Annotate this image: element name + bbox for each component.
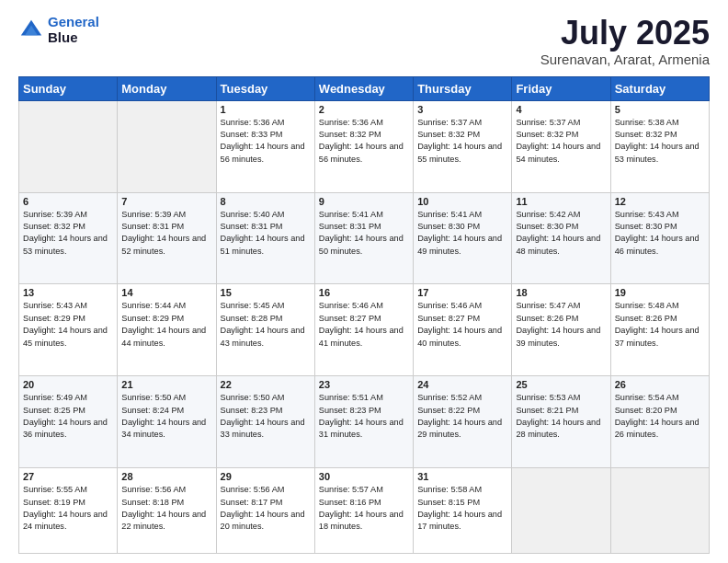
day-info: Sunrise: 5:44 AM Sunset: 8:29 PM Dayligh…	[121, 300, 211, 349]
calendar-cell	[610, 468, 709, 554]
day-number: 8	[221, 196, 311, 207]
day-number: 24	[417, 379, 507, 390]
logo: General Blue	[18, 15, 99, 45]
calendar-cell: 10Sunrise: 5:41 AM Sunset: 8:30 PM Dayli…	[414, 192, 512, 284]
title-block: July 2025 Surenavan, Ararat, Armenia	[540, 15, 710, 67]
calendar-cell: 5Sunrise: 5:38 AM Sunset: 8:32 PM Daylig…	[610, 100, 709, 192]
day-number: 15	[221, 287, 311, 298]
day-info: Sunrise: 5:43 AM Sunset: 8:30 PM Dayligh…	[615, 209, 705, 258]
calendar-cell	[512, 468, 610, 554]
day-info: Sunrise: 5:49 AM Sunset: 8:25 PM Dayligh…	[23, 392, 113, 441]
weekday-header-sunday: Sunday	[19, 76, 118, 100]
day-number: 18	[516, 287, 606, 298]
day-number: 22	[221, 379, 311, 390]
weekday-header-friday: Friday	[512, 76, 610, 100]
day-info: Sunrise: 5:41 AM Sunset: 8:31 PM Dayligh…	[319, 209, 409, 258]
calendar-cell: 30Sunrise: 5:57 AM Sunset: 8:16 PM Dayli…	[314, 468, 413, 554]
calendar-cell: 2Sunrise: 5:36 AM Sunset: 8:32 PM Daylig…	[314, 100, 413, 192]
day-number: 28	[121, 471, 211, 482]
calendar-cell: 23Sunrise: 5:51 AM Sunset: 8:23 PM Dayli…	[314, 376, 413, 468]
day-number: 14	[121, 287, 211, 298]
week-row-5: 27Sunrise: 5:55 AM Sunset: 8:19 PM Dayli…	[19, 468, 710, 554]
calendar-cell: 20Sunrise: 5:49 AM Sunset: 8:25 PM Dayli…	[19, 376, 118, 468]
day-info: Sunrise: 5:54 AM Sunset: 8:20 PM Dayligh…	[615, 392, 705, 441]
calendar-cell: 22Sunrise: 5:50 AM Sunset: 8:23 PM Dayli…	[216, 376, 314, 468]
day-info: Sunrise: 5:40 AM Sunset: 8:31 PM Dayligh…	[221, 209, 311, 258]
day-number: 5	[615, 104, 705, 115]
day-info: Sunrise: 5:53 AM Sunset: 8:21 PM Dayligh…	[516, 392, 606, 441]
day-info: Sunrise: 5:50 AM Sunset: 8:23 PM Dayligh…	[221, 392, 311, 441]
day-number: 20	[23, 379, 113, 390]
calendar: SundayMondayTuesdayWednesdayThursdayFrid…	[18, 76, 710, 554]
day-info: Sunrise: 5:38 AM Sunset: 8:32 PM Dayligh…	[615, 117, 705, 166]
day-number: 2	[319, 104, 409, 115]
day-info: Sunrise: 5:43 AM Sunset: 8:29 PM Dayligh…	[23, 300, 113, 349]
calendar-cell: 9Sunrise: 5:41 AM Sunset: 8:31 PM Daylig…	[314, 192, 413, 284]
day-number: 9	[319, 196, 409, 207]
day-number: 16	[319, 287, 409, 298]
calendar-cell: 26Sunrise: 5:54 AM Sunset: 8:20 PM Dayli…	[610, 376, 709, 468]
day-info: Sunrise: 5:39 AM Sunset: 8:32 PM Dayligh…	[23, 209, 113, 258]
day-number: 19	[615, 287, 705, 298]
weekday-header-wednesday: Wednesday	[314, 76, 413, 100]
header: General Blue July 2025 Surenavan, Ararat…	[18, 15, 710, 67]
subtitle: Surenavan, Ararat, Armenia	[540, 52, 710, 67]
logo-text: General Blue	[48, 15, 99, 45]
calendar-header-row: SundayMondayTuesdayWednesdayThursdayFrid…	[19, 76, 710, 100]
day-info: Sunrise: 5:51 AM Sunset: 8:23 PM Dayligh…	[319, 392, 409, 441]
calendar-cell: 31Sunrise: 5:58 AM Sunset: 8:15 PM Dayli…	[414, 468, 512, 554]
day-info: Sunrise: 5:36 AM Sunset: 8:32 PM Dayligh…	[319, 117, 409, 166]
day-number: 21	[121, 379, 211, 390]
day-number: 4	[516, 104, 606, 115]
weekday-header-tuesday: Tuesday	[216, 76, 314, 100]
calendar-cell: 24Sunrise: 5:52 AM Sunset: 8:22 PM Dayli…	[414, 376, 512, 468]
logo-icon	[18, 17, 44, 43]
day-info: Sunrise: 5:45 AM Sunset: 8:28 PM Dayligh…	[221, 300, 311, 349]
day-number: 17	[417, 287, 507, 298]
day-number: 7	[121, 196, 211, 207]
calendar-cell: 17Sunrise: 5:46 AM Sunset: 8:27 PM Dayli…	[414, 284, 512, 376]
day-number: 31	[417, 471, 507, 482]
week-row-4: 20Sunrise: 5:49 AM Sunset: 8:25 PM Dayli…	[19, 376, 710, 468]
day-info: Sunrise: 5:46 AM Sunset: 8:27 PM Dayligh…	[319, 300, 409, 349]
logo-line1: General	[48, 14, 99, 29]
day-info: Sunrise: 5:57 AM Sunset: 8:16 PM Dayligh…	[319, 484, 409, 533]
calendar-cell: 11Sunrise: 5:42 AM Sunset: 8:30 PM Dayli…	[512, 192, 610, 284]
main-title: July 2025	[540, 15, 710, 52]
calendar-cell: 6Sunrise: 5:39 AM Sunset: 8:32 PM Daylig…	[19, 192, 118, 284]
calendar-cell: 16Sunrise: 5:46 AM Sunset: 8:27 PM Dayli…	[314, 284, 413, 376]
calendar-cell: 4Sunrise: 5:37 AM Sunset: 8:32 PM Daylig…	[512, 100, 610, 192]
day-number: 10	[417, 196, 507, 207]
day-number: 30	[319, 471, 409, 482]
day-info: Sunrise: 5:56 AM Sunset: 8:18 PM Dayligh…	[121, 484, 211, 533]
day-number: 25	[516, 379, 606, 390]
calendar-cell: 1Sunrise: 5:36 AM Sunset: 8:33 PM Daylig…	[216, 100, 314, 192]
day-number: 6	[23, 196, 113, 207]
week-row-2: 6Sunrise: 5:39 AM Sunset: 8:32 PM Daylig…	[19, 192, 710, 284]
calendar-cell: 18Sunrise: 5:47 AM Sunset: 8:26 PM Dayli…	[512, 284, 610, 376]
calendar-cell: 29Sunrise: 5:56 AM Sunset: 8:17 PM Dayli…	[216, 468, 314, 554]
day-info: Sunrise: 5:58 AM Sunset: 8:15 PM Dayligh…	[417, 484, 507, 533]
calendar-cell: 28Sunrise: 5:56 AM Sunset: 8:18 PM Dayli…	[118, 468, 216, 554]
weekday-header-thursday: Thursday	[414, 76, 512, 100]
day-info: Sunrise: 5:46 AM Sunset: 8:27 PM Dayligh…	[417, 300, 507, 349]
week-row-1: 1Sunrise: 5:36 AM Sunset: 8:33 PM Daylig…	[19, 100, 710, 192]
day-number: 29	[221, 471, 311, 482]
day-number: 26	[615, 379, 705, 390]
week-row-3: 13Sunrise: 5:43 AM Sunset: 8:29 PM Dayli…	[19, 284, 710, 376]
day-number: 27	[23, 471, 113, 482]
day-number: 1	[221, 104, 311, 115]
calendar-cell: 3Sunrise: 5:37 AM Sunset: 8:32 PM Daylig…	[414, 100, 512, 192]
calendar-cell	[19, 100, 118, 192]
day-info: Sunrise: 5:42 AM Sunset: 8:30 PM Dayligh…	[516, 209, 606, 258]
logo-line2: Blue	[48, 30, 99, 46]
day-info: Sunrise: 5:50 AM Sunset: 8:24 PM Dayligh…	[121, 392, 211, 441]
weekday-header-saturday: Saturday	[610, 76, 709, 100]
day-info: Sunrise: 5:37 AM Sunset: 8:32 PM Dayligh…	[516, 117, 606, 166]
day-number: 3	[417, 104, 507, 115]
calendar-cell: 13Sunrise: 5:43 AM Sunset: 8:29 PM Dayli…	[19, 284, 118, 376]
calendar-cell: 8Sunrise: 5:40 AM Sunset: 8:31 PM Daylig…	[216, 192, 314, 284]
day-info: Sunrise: 5:41 AM Sunset: 8:30 PM Dayligh…	[417, 209, 507, 258]
day-info: Sunrise: 5:39 AM Sunset: 8:31 PM Dayligh…	[121, 209, 211, 258]
calendar-cell: 27Sunrise: 5:55 AM Sunset: 8:19 PM Dayli…	[19, 468, 118, 554]
